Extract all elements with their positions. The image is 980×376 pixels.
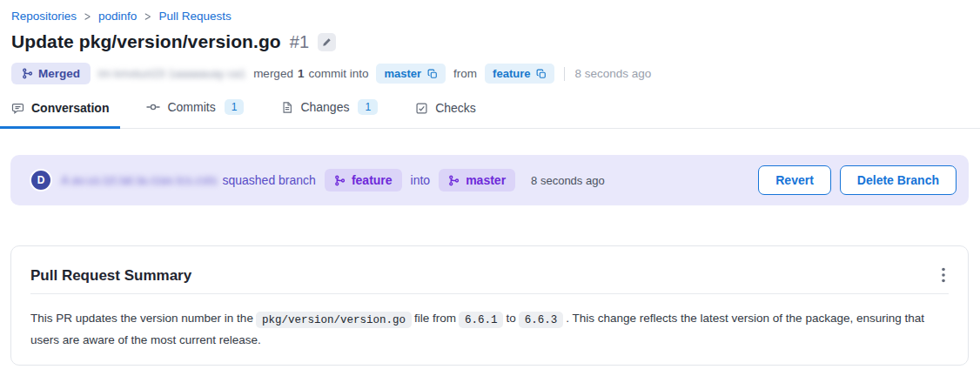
pencil-icon — [322, 37, 332, 47]
title-row: Update pkg/version/version.go #1 — [0, 31, 980, 52]
page-title: Update pkg/version/version.go — [11, 31, 281, 52]
source-branch-badge[interactable]: feature — [325, 169, 402, 191]
tab-checks[interactable]: Checks — [404, 101, 487, 129]
source-branch-chip[interactable]: feature — [485, 64, 554, 84]
from-label: from — [453, 67, 477, 80]
summary-text-segment: to — [506, 312, 515, 325]
summary-text: This PR updates the version number in th… — [30, 308, 949, 350]
breadcrumb-repositories[interactable]: Repositories — [11, 10, 77, 23]
summary-card: Pull Request Summary This PR updates the… — [10, 245, 969, 366]
breadcrumb: Repositories > podinfo > Pull Requests — [0, 0, 980, 23]
merge-summary-text: merged 1 commit into — [253, 67, 368, 80]
pr-number: #1 — [290, 32, 309, 52]
git-branch-icon — [334, 175, 346, 186]
changes-count-badge: 1 — [358, 99, 378, 115]
source-branch-label: feature — [493, 67, 530, 80]
target-branch-label: master — [384, 67, 421, 80]
code-new-version: 6.6.3 — [519, 312, 564, 328]
banner-into-label: into — [411, 173, 431, 187]
pr-tabs: Conversation Commits 1 Changes 1 Checks — [0, 99, 980, 129]
commit-count: 1 — [298, 67, 305, 80]
card-title: Pull Request Summary — [30, 267, 191, 285]
status-badge-label: Merged — [38, 67, 80, 80]
tab-commits[interactable]: Commits 1 — [135, 99, 255, 129]
commit-icon — [146, 100, 160, 114]
file-icon — [281, 101, 293, 114]
breadcrumb-pull-requests[interactable]: Pull Requests — [158, 10, 231, 23]
pull-request-page: Repositories > podinfo > Pull Requests U… — [0, 0, 980, 376]
copy-icon[interactable] — [536, 69, 547, 79]
speech-bubble-icon — [11, 102, 24, 115]
summary-card-header: Pull Request Summary — [30, 267, 949, 294]
checklist-icon — [415, 102, 428, 115]
target-branch-label: master — [466, 173, 506, 187]
target-branch-chip[interactable]: master — [376, 64, 446, 84]
tab-label: Conversation — [31, 101, 109, 115]
tab-label: Changes — [300, 100, 349, 114]
code-old-version: 6.6.1 — [459, 312, 504, 328]
avatar[interactable]: D — [30, 169, 52, 191]
tab-label: Checks — [435, 101, 476, 115]
tab-conversation[interactable]: Conversation — [0, 101, 120, 129]
source-branch-label: feature — [352, 173, 393, 187]
banner-time-ago: 8 seconds ago — [531, 174, 605, 187]
git-merge-icon — [22, 68, 33, 79]
summary-text-segment: file from — [414, 312, 456, 325]
merge-banner: D A av.us.tzt.tat.ta.rzax.tcs.csts squas… — [10, 155, 969, 205]
breadcrumb-separator: > — [144, 9, 151, 24]
commits-count-badge: 1 — [225, 99, 245, 115]
merged-by-username: tm kmxtuzi23 1aaaaauay ca1 — [98, 67, 245, 80]
tab-label: Commits — [167, 100, 215, 114]
divider — [564, 67, 565, 81]
merged-time-ago: 8 seconds ago — [574, 67, 651, 80]
target-branch-badge[interactable]: master — [439, 169, 515, 191]
pr-meta-row: Merged tm kmxtuzi23 1aaaaauay ca1 merged… — [0, 63, 980, 84]
delete-branch-button[interactable]: Delete Branch — [840, 165, 957, 195]
revert-button[interactable]: Revert — [758, 165, 831, 195]
kebab-icon — [942, 267, 945, 283]
summary-text-segment: This PR updates the version number in th… — [30, 312, 253, 325]
edit-title-button[interactable] — [318, 33, 336, 51]
breadcrumb-separator: > — [84, 9, 91, 24]
git-branch-icon — [448, 175, 460, 186]
breadcrumb-podinfo[interactable]: podinfo — [98, 10, 137, 23]
copy-icon[interactable] — [427, 69, 438, 79]
status-badge: Merged — [11, 63, 91, 84]
code-file-path: pkg/version/version.go — [256, 312, 412, 328]
banner-action-text: squashed branch — [222, 173, 315, 187]
tab-changes[interactable]: Changes 1 — [270, 99, 389, 129]
kebab-menu-button[interactable] — [938, 265, 949, 285]
banner-username: A av.us.tzt.tat.ta.rzax.tcs.csts — [61, 173, 217, 187]
